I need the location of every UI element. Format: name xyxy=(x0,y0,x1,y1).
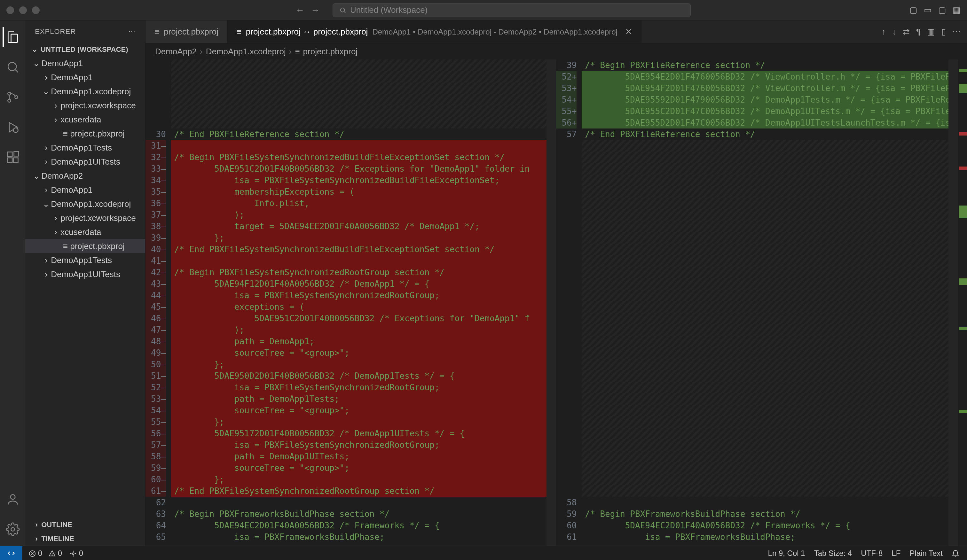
language-mode[interactable]: Plain Text xyxy=(909,549,943,558)
encoding[interactable]: UTF-8 xyxy=(861,549,883,558)
breadcrumb-item[interactable]: DemoApp1.xcodeproj xyxy=(206,47,286,57)
tree-item-label: DemoApp2 xyxy=(41,171,83,181)
folder-item[interactable]: ›xcuserdata xyxy=(25,112,145,127)
layout-panel-icon[interactable]: ▭ xyxy=(924,5,932,15)
swap-icon[interactable]: ⇄ xyxy=(903,27,910,37)
svg-point-19 xyxy=(52,555,53,555)
code-content[interactable]: /* End PBXFileReference section *//* Beg… xyxy=(171,59,547,546)
tree-item-label: DemoApp1Tests xyxy=(51,143,112,153)
close-window-icon[interactable] xyxy=(7,7,14,14)
tab-label: project.pbxproj ↔ project.pbxproj xyxy=(246,27,368,37)
file-item[interactable]: ≡project.pbxproj xyxy=(25,239,145,253)
more-icon[interactable]: ⋯ xyxy=(952,27,960,37)
folder-item[interactable]: ›DemoApp1Tests xyxy=(25,253,145,267)
chevron-icon: ⌄ xyxy=(31,171,41,181)
tab-close-icon[interactable]: ✕ xyxy=(625,27,632,37)
nav-back-icon[interactable]: ← xyxy=(295,5,304,15)
tree-item-label: DemoApp1 xyxy=(51,72,92,82)
svg-rect-9 xyxy=(7,152,12,157)
next-change-icon[interactable]: ↓ xyxy=(892,27,896,37)
line-gutter: 3952+53+54+55+56+5758596061 xyxy=(556,59,582,546)
folder-item[interactable]: ›xcuserdata xyxy=(25,225,145,239)
outline-section[interactable]: › OUTLINE xyxy=(25,518,145,532)
minimize-window-icon[interactable] xyxy=(19,7,27,14)
minimap[interactable] xyxy=(546,59,556,546)
search-placeholder: Untitled (Workspace) xyxy=(350,5,427,15)
statusbar: 0 0 0 Ln 9, Col 1 Tab Size: 4 UTF-8 LF P… xyxy=(0,546,967,560)
layout-customize-icon[interactable]: ▦ xyxy=(952,5,960,15)
editor-area: ≡ project.pbxproj ≡ project.pbxproj ↔ pr… xyxy=(145,20,967,546)
tab-project-pbxproj[interactable]: ≡ project.pbxproj xyxy=(145,20,228,43)
svg-point-4 xyxy=(8,92,11,95)
run-debug-icon[interactable] xyxy=(3,117,23,137)
folder-item[interactable]: ›DemoApp1 xyxy=(25,70,145,84)
svg-point-8 xyxy=(13,128,18,133)
sidebar-more-icon[interactable]: ⋯ xyxy=(128,28,135,36)
file-item[interactable]: ≡project.pbxproj xyxy=(25,127,145,141)
tab-diff-project-pbxproj[interactable]: ≡ project.pbxproj ↔ project.pbxproj Demo… xyxy=(228,20,642,43)
eol[interactable]: LF xyxy=(891,549,901,558)
breadcrumb-item[interactable]: DemoApp2 xyxy=(155,47,196,57)
breadcrumb-item[interactable]: project.pbxproj xyxy=(303,47,358,57)
svg-rect-10 xyxy=(7,158,12,163)
chevron-icon: › xyxy=(41,255,51,265)
folder-item[interactable]: ›DemoApp1UITests xyxy=(25,155,145,169)
chevron-icon: ⌄ xyxy=(41,87,51,97)
problems-button[interactable]: 0 0 xyxy=(29,549,62,558)
folder-item[interactable]: ⌄DemoApp1 xyxy=(25,56,145,70)
indent-setting[interactable]: Tab Size: 4 xyxy=(814,549,852,558)
workspace-section[interactable]: ⌄ UNTITLED (WORKSPACE) xyxy=(25,43,145,56)
layout-secondary-sidebar-icon[interactable]: ▢ xyxy=(938,5,946,15)
maximize-window-icon[interactable] xyxy=(32,7,40,14)
chevron-icon: › xyxy=(41,143,51,153)
folder-item[interactable]: ›DemoApp1Tests xyxy=(25,141,145,155)
folder-item[interactable]: ⌄DemoApp1.xcodeproj xyxy=(25,84,145,99)
tree-item-label: xcuserdata xyxy=(61,227,101,237)
minimap[interactable] xyxy=(949,59,958,546)
titlebar: ← → Untitled (Workspace) ▢ ▭ ▢ ▦ xyxy=(0,0,967,20)
folder-item[interactable]: ⌄DemoApp1.xcodeproj xyxy=(25,197,145,211)
whitespace-icon[interactable]: ¶ xyxy=(916,27,921,37)
split-icon[interactable]: ▯ xyxy=(941,27,946,37)
folder-item[interactable]: ›project.xcworkspace xyxy=(25,99,145,112)
command-center[interactable]: Untitled (Workspace) xyxy=(333,3,691,17)
code-content[interactable]: /* Begin PBXFileReference section */ 5DA… xyxy=(582,59,949,546)
svg-rect-11 xyxy=(13,158,18,163)
breadcrumb[interactable]: DemoApp2 › DemoApp1.xcodeproj › ≡ projec… xyxy=(145,43,967,59)
remote-button[interactable] xyxy=(0,546,22,560)
folder-item[interactable]: ⌄DemoApp2 xyxy=(25,169,145,183)
file-icon: ≡ xyxy=(295,47,300,57)
tree-item-label: DemoApp1.xcodeproj xyxy=(51,199,131,209)
cursor-position[interactable]: Ln 9, Col 1 xyxy=(768,549,805,558)
accounts-icon[interactable] xyxy=(3,489,23,509)
nav-forward-icon[interactable]: → xyxy=(311,5,320,15)
tab-label: project.pbxproj xyxy=(164,27,218,37)
folder-item[interactable]: ›DemoApp1 xyxy=(25,183,145,197)
tab-subtitle: DemoApp1 • DemoApp1.xcodeproj - DemoApp2… xyxy=(372,28,617,36)
svg-line-3 xyxy=(15,70,18,72)
diff-pane-right[interactable]: 3952+53+54+55+56+5758596061 /* Begin PBX… xyxy=(556,59,967,546)
source-control-icon[interactable] xyxy=(3,87,23,107)
folder-item[interactable]: ›DemoApp1UITests xyxy=(25,267,145,281)
svg-line-1 xyxy=(344,12,345,13)
tree-item-label: project.xcworkspace xyxy=(61,213,136,223)
ports-button[interactable]: 0 xyxy=(70,549,83,558)
prev-change-icon[interactable]: ↑ xyxy=(882,27,886,37)
sidebar-header: EXPLORER ⋯ xyxy=(25,20,145,43)
settings-icon[interactable] xyxy=(3,519,23,540)
diff-editor: 3031—32—33—34—35—36—37—38—39—40—41—42—43… xyxy=(145,59,967,546)
overview-ruler[interactable] xyxy=(958,59,967,546)
layout-primary-sidebar-icon[interactable]: ▢ xyxy=(909,5,917,15)
chevron-icon: ⌄ xyxy=(31,58,41,68)
notifications-icon[interactable] xyxy=(952,549,959,558)
diff-pane-left[interactable]: 3031—32—33—34—35—36—37—38—39—40—41—42—43… xyxy=(145,59,556,546)
chevron-icon: › xyxy=(41,157,51,167)
timeline-section[interactable]: › TIMELINE xyxy=(25,532,145,546)
map-icon[interactable]: ▥ xyxy=(927,27,935,37)
nav-arrows: ← → xyxy=(295,5,320,15)
file-icon: ≡ xyxy=(237,27,241,37)
extensions-icon[interactable] xyxy=(3,147,23,168)
search-icon[interactable] xyxy=(3,57,23,77)
explorer-icon[interactable] xyxy=(3,27,23,47)
folder-item[interactable]: ›project.xcworkspace xyxy=(25,211,145,225)
